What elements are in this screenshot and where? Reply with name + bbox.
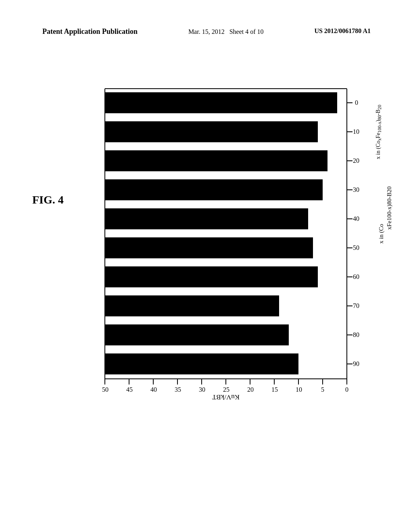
sheet-label: Sheet 4 of 10 <box>229 28 264 35</box>
bar-30 <box>105 179 323 200</box>
x-axis-title: KuV/kBT <box>212 393 240 401</box>
y-label-80: 80 <box>353 331 359 338</box>
chart-svg: 0 10 20 30 40 50 60 70 80 <box>81 85 395 407</box>
x-label-15: 15 <box>271 386 278 393</box>
x-label-20: 20 <box>247 386 254 393</box>
y-axis-title-2: xFe100-x)80-B20 <box>386 187 393 230</box>
bar-40 <box>105 208 308 229</box>
y-label-90: 90 <box>353 360 359 367</box>
date-sheet-label: Mar. 15, 2012 Sheet 4 of 10 <box>188 27 264 36</box>
y-label-70: 70 <box>353 302 359 309</box>
page: Patent Application Publication Mar. 15, … <box>0 0 413 532</box>
y-label-50: 50 <box>353 244 359 251</box>
x-label-35: 35 <box>175 386 181 393</box>
y-axis-title: x in (Co <box>378 224 385 243</box>
x-label-50: 50 <box>102 386 108 393</box>
bar-70 <box>105 295 279 316</box>
bar-80 <box>105 324 289 345</box>
y-label-10: 10 <box>353 128 359 135</box>
y-label-20: 20 <box>353 157 359 164</box>
publication-label: Patent Application Publication <box>42 27 138 36</box>
date-label: Mar. 15, 2012 <box>188 28 225 35</box>
x-label-25: 25 <box>223 386 229 393</box>
bar-50 <box>105 237 313 258</box>
y-label-40: 40 <box>353 215 359 222</box>
x-label-10: 10 <box>296 386 302 393</box>
x-label-30: 30 <box>199 386 205 393</box>
x-label-40: 40 <box>150 386 157 393</box>
patent-number-label: US 2012/0061780 A1 <box>314 27 371 35</box>
bar-60 <box>105 266 318 287</box>
x-label-5: 5 <box>321 386 324 393</box>
x-label-0: 0 <box>345 386 348 393</box>
bar-0 <box>105 92 337 113</box>
x-label-45: 45 <box>126 386 133 393</box>
y-axis-right-title: x in (CoxFe100-x)80-B20 <box>375 105 382 159</box>
y-label-30: 30 <box>353 186 359 193</box>
header: Patent Application Publication Mar. 15, … <box>0 27 413 36</box>
bar-10 <box>105 121 318 142</box>
y-label-0: 0 <box>355 99 358 106</box>
bar-20 <box>105 150 327 171</box>
y-label-60: 60 <box>353 273 359 280</box>
figure-label: FIG. 4 <box>32 193 64 206</box>
chart-area: 0 10 20 30 40 50 60 70 80 <box>81 85 355 399</box>
bar-90 <box>105 353 298 374</box>
